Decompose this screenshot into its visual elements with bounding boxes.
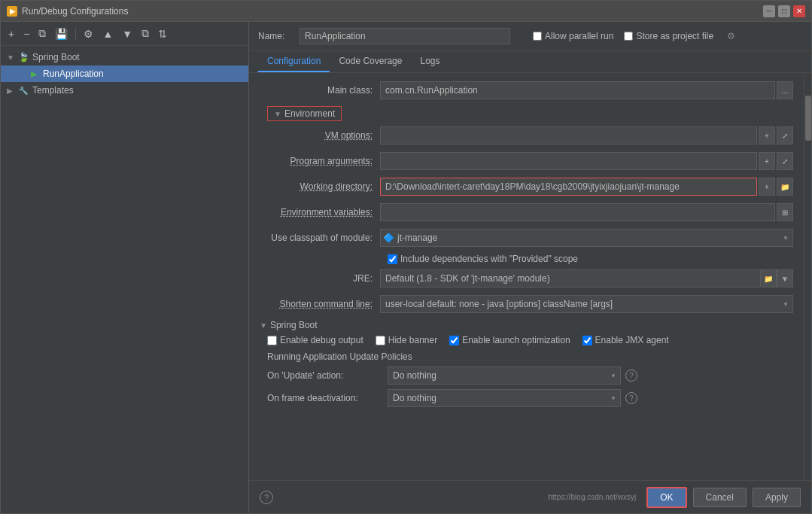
sidebar-item-templates[interactable]: ▶ 🔧 Templates — [1, 82, 248, 99]
working-dir-input[interactable] — [380, 178, 757, 196]
arrow-up-button[interactable]: ▲ — [99, 26, 116, 41]
enable-debug-checkbox[interactable] — [267, 336, 277, 345]
sort-button[interactable]: ⇅ — [155, 26, 170, 41]
enable-launch-group: Enable launch optimization — [449, 335, 570, 345]
title-bar-controls: ─ □ ✕ — [763, 5, 805, 17]
frame-deactivation-help-icon[interactable]: ? — [625, 392, 637, 404]
main-class-input[interactable] — [380, 81, 775, 99]
env-vars-label: Environment variables: — [260, 207, 380, 217]
enable-launch-checkbox[interactable] — [449, 336, 459, 345]
tab-logs[interactable]: Logs — [411, 51, 449, 72]
environment-arrow: ▼ — [274, 110, 281, 118]
sidebar-item-run-application[interactable]: ▶ RunApplication — [1, 65, 248, 82]
copy2-button[interactable]: ⧉ — [138, 26, 152, 41]
apply-button[interactable]: Apply — [753, 488, 801, 507]
working-dir-browse-button[interactable]: 📁 — [777, 178, 793, 196]
ok-button[interactable]: OK — [646, 487, 686, 508]
working-dir-expand-button[interactable]: + — [759, 178, 775, 196]
sidebar-item-spring-boot[interactable]: ▼ 🍃 Spring Boot — [1, 49, 248, 65]
jre-browse-button[interactable]: 📁 — [760, 269, 777, 287]
bottom-bar: ? https://blog.csdn.net/wxsyj OK Cancel … — [249, 480, 811, 513]
close-button[interactable]: ✕ — [793, 5, 805, 17]
main-window: ▶ Run/Debug Configurations ─ □ ✕ + − ⧉ 💾… — [0, 0, 812, 514]
update-action-help-icon[interactable]: ? — [625, 370, 637, 382]
scrollbar[interactable] — [804, 73, 811, 480]
enable-debug-group: Enable debug output — [267, 335, 363, 345]
env-vars-input[interactable] — [380, 203, 775, 221]
main-class-browse-button[interactable]: … — [777, 81, 793, 99]
maximize-button[interactable]: □ — [778, 5, 790, 17]
program-args-input-group: + ⤢ — [380, 152, 793, 170]
templates-icon: 🔧 — [17, 84, 29, 96]
help-button[interactable]: ? — [260, 491, 273, 504]
tab-code-coverage[interactable]: Code Coverage — [330, 51, 411, 72]
spring-boot-label: Spring Boot — [32, 52, 80, 62]
name-options: Allow parallel run Store as project file… — [533, 31, 735, 41]
allow-parallel-label: Allow parallel run — [545, 31, 613, 41]
spring-boot-arrow: ▼ — [7, 53, 16, 62]
settings-button[interactable]: ⚙ — [81, 26, 96, 41]
vm-options-label: VM options: — [260, 130, 380, 141]
store-project-checkbox[interactable] — [624, 32, 633, 41]
vm-options-input-group: + ⤢ — [380, 126, 793, 144]
environment-header[interactable]: ▼ Environment — [267, 106, 342, 121]
hide-banner-checkbox[interactable] — [376, 336, 385, 345]
include-deps-label: Include dependencies with "Provided" sco… — [400, 254, 578, 264]
classpath-select[interactable]: jt-manage — [380, 229, 793, 247]
spring-boot-section: ▼ Spring Boot Enable debug output Hide b… — [260, 320, 793, 407]
update-action-select[interactable]: Do nothing — [388, 366, 621, 385]
remove-button[interactable]: − — [20, 26, 32, 41]
scrollbar-thumb[interactable] — [805, 96, 811, 141]
frame-deactivation-row: On frame deactivation: Do nothing ? — [267, 389, 793, 407]
include-deps-row: Include dependencies with "Provided" sco… — [260, 254, 793, 264]
main-class-label: Main class: — [260, 85, 380, 96]
jre-select[interactable]: Default (1.8 - SDK of 'jt-manage' module… — [380, 269, 793, 287]
working-dir-input-group: + 📁 — [380, 178, 793, 196]
shorten-cmd-select[interactable]: user-local default: none - java [options… — [380, 295, 793, 313]
env-vars-input-group: ⊞ — [380, 203, 793, 221]
program-args-fullscreen-button[interactable]: ⤢ — [777, 152, 793, 170]
vm-options-expand-button[interactable]: + — [759, 126, 775, 144]
minimize-button[interactable]: ─ — [763, 5, 775, 17]
spring-boot-section-header[interactable]: ▼ Spring Boot — [260, 320, 793, 330]
enable-jmx-label: Enable JMX agent — [595, 335, 669, 345]
title-bar: ▶ Run/Debug Configurations ─ □ ✕ — [1, 1, 811, 22]
vm-options-fullscreen-button[interactable]: ⤢ — [777, 126, 793, 144]
allow-parallel-checkbox[interactable] — [533, 32, 542, 41]
vm-options-input[interactable] — [380, 126, 757, 144]
arrow-down-button[interactable]: ▼ — [119, 26, 135, 41]
name-label: Name: — [258, 31, 292, 41]
env-vars-browse-button[interactable]: ⊞ — [777, 203, 793, 221]
cancel-button[interactable]: Cancel — [693, 488, 747, 507]
gear-icon[interactable]: ⚙ — [727, 31, 735, 41]
name-input[interactable] — [300, 28, 510, 44]
jre-dropdown-button[interactable]: ▼ — [777, 269, 793, 287]
templates-arrow: ▶ — [7, 87, 16, 95]
spring-boot-section-title: Spring Boot — [270, 320, 318, 330]
tab-configuration[interactable]: Configuration — [258, 51, 330, 72]
env-vars-row: Environment variables: ⊞ — [260, 202, 793, 222]
program-args-input[interactable] — [380, 152, 757, 170]
frame-deactivation-select-wrapper: Do nothing — [388, 389, 621, 407]
run-application-icon: ▶ — [28, 68, 40, 80]
classpath-select-wrapper: 🔷 jt-manage — [380, 229, 793, 247]
program-args-expand-button[interactable]: + — [759, 152, 775, 170]
classpath-label: Use classpath of module: — [260, 233, 380, 243]
add-button[interactable]: + — [5, 26, 17, 41]
save-button[interactable]: 💾 — [52, 26, 71, 41]
frame-deactivation-select[interactable]: Do nothing — [388, 389, 621, 407]
running-policies: Running Application Update Policies On '… — [260, 351, 793, 407]
jre-row: JRE: Default (1.8 - SDK of 'jt-manage' m… — [260, 269, 793, 288]
running-policies-title: Running Application Update Policies — [267, 351, 793, 362]
url-bar: https://blog.csdn.net/wxsyj — [544, 493, 641, 501]
shorten-cmd-row: Shorten command line: user-local default… — [260, 294, 793, 314]
toolbar-separator — [75, 28, 76, 40]
copy-button[interactable]: ⧉ — [35, 26, 49, 41]
hide-banner-group: Hide banner — [376, 335, 437, 345]
name-row: Name: Allow parallel run Store as projec… — [249, 22, 811, 51]
jre-select-wrapper: Default (1.8 - SDK of 'jt-manage' module… — [380, 269, 793, 287]
hide-banner-label: Hide banner — [388, 335, 437, 345]
enable-debug-label: Enable debug output — [280, 335, 363, 345]
include-deps-checkbox[interactable] — [388, 254, 397, 264]
enable-jmx-checkbox[interactable] — [582, 336, 592, 345]
